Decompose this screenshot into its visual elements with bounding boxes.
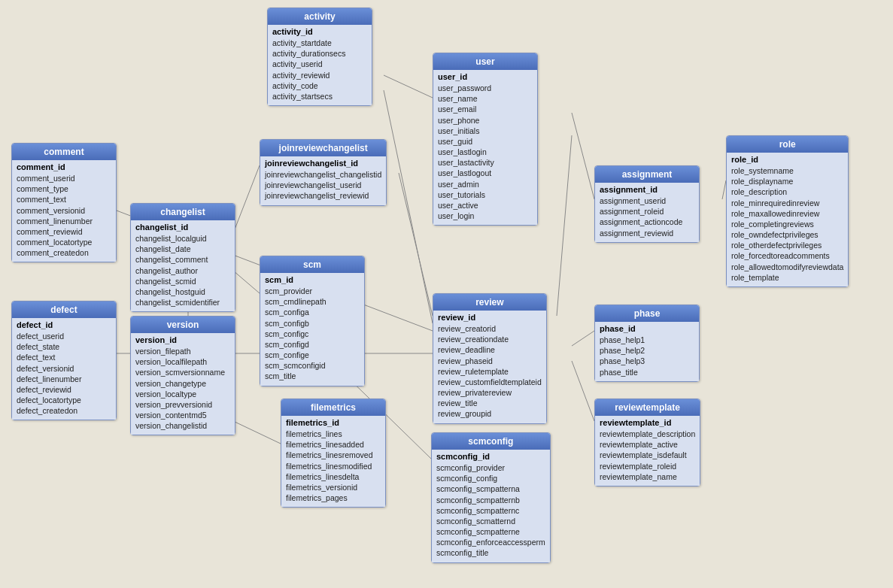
table-field: scm_provider bbox=[265, 286, 360, 296]
table-field: changelist_comment bbox=[135, 254, 230, 265]
svg-line-6 bbox=[233, 271, 260, 293]
table-field: review_customfieldtemplateid bbox=[438, 377, 542, 387]
table-review: reviewreview_idreview_creatoridreview_cr… bbox=[433, 293, 547, 424]
table-role: rolerole_idrole_systemnamerole_displayna… bbox=[726, 135, 849, 287]
table-field: scm_cmdlinepath bbox=[265, 296, 360, 307]
table-field: review_deadline bbox=[438, 344, 542, 355]
table-field: changelist_scmid bbox=[135, 276, 230, 286]
table-body-scm: scm_idscm_providerscm_cmdlinepathscm_con… bbox=[260, 273, 364, 386]
table-header-assignment: assignment bbox=[595, 166, 699, 183]
table-defect: defectdefect_iddefect_useriddefect_state… bbox=[11, 301, 117, 420]
table-field: user_lastlogin bbox=[438, 147, 533, 157]
table-field: version_localfilepath bbox=[135, 356, 230, 367]
table-field: user_admin bbox=[438, 179, 533, 189]
table-field: defect_locatortype bbox=[17, 395, 111, 405]
svg-line-10 bbox=[572, 361, 594, 421]
table-field: changelist_scmidentifier bbox=[135, 297, 230, 308]
table-field: version_changetype bbox=[135, 378, 230, 389]
table-field: role_description bbox=[731, 186, 843, 197]
table-field: scmconfig_scmpatterna bbox=[436, 483, 545, 494]
table-field: role_completingreviews bbox=[731, 219, 843, 229]
table-field: comment_text bbox=[17, 194, 111, 205]
table-field: activity_code bbox=[272, 80, 367, 91]
table-header-comment: comment bbox=[12, 144, 116, 160]
table-scm: scmscm_idscm_providerscm_cmdlinepathscm_… bbox=[260, 256, 365, 386]
table-field: filemetrics_linesmodified bbox=[286, 461, 381, 471]
table-field: scmconfig_enforceaccessperm bbox=[436, 537, 545, 547]
table-body-role: role_idrole_systemnamerole_displaynamero… bbox=[727, 153, 848, 286]
table-field: scm_configd bbox=[265, 339, 360, 350]
table-body-assignment: assignment_idassignment_useridassignment… bbox=[595, 183, 699, 242]
table-field: changelist_hostguid bbox=[135, 286, 230, 297]
table-field: role_systemname bbox=[731, 165, 843, 176]
table-field: comment_createdon bbox=[17, 247, 111, 258]
table-field: defect_linenumber bbox=[17, 374, 111, 384]
table-field: filemetrics_linesremoved bbox=[286, 450, 381, 460]
table-field: defect_state bbox=[17, 341, 111, 352]
table-field: scm_configa bbox=[265, 307, 360, 317]
table-field: filemetrics_lines bbox=[286, 429, 381, 439]
table-body-version: version_idversion_filepathversion_localf… bbox=[131, 333, 235, 435]
table-field: user_name bbox=[438, 93, 533, 104]
table-field: version_filepath bbox=[135, 346, 230, 356]
table-field: scmconfig_scmpatterne bbox=[436, 526, 545, 537]
table-field: user_guid bbox=[438, 136, 533, 147]
table-field: review_creatorid bbox=[438, 323, 542, 334]
table-scmconfig: scmconfigscmconfig_idscmconfig_providers… bbox=[431, 432, 551, 563]
table-header-filemetrics: filemetrics bbox=[281, 399, 385, 416]
table-body-review: review_idreview_creatoridreview_creation… bbox=[433, 311, 546, 423]
table-field: comment_userid bbox=[17, 173, 111, 183]
table-field: activity_reviewid bbox=[272, 70, 367, 80]
table-field: scm_scmconfigid bbox=[265, 360, 360, 371]
table-field: role_owndefectprivileges bbox=[731, 229, 843, 240]
table-field: assignment_roleid bbox=[600, 206, 694, 217]
table-field: review_creationdate bbox=[438, 334, 542, 344]
table-assignment: assignmentassignment_idassignment_userid… bbox=[594, 165, 700, 243]
svg-line-9 bbox=[572, 331, 594, 346]
table-filemetrics: filemetricsfilemetrics_idfilemetrics_lin… bbox=[281, 399, 386, 508]
table-field: phase_title bbox=[600, 367, 694, 377]
table-field: review_groupid bbox=[438, 408, 542, 419]
table-field: user_password bbox=[438, 83, 533, 93]
svg-line-4 bbox=[399, 173, 433, 316]
table-field: role_forcedtoreadcomments bbox=[731, 250, 843, 261]
table-header-defect: defect bbox=[12, 302, 116, 318]
table-version: versionversion_idversion_filepathversion… bbox=[130, 316, 235, 435]
table-field: defect_text bbox=[17, 352, 111, 362]
table-pk-assignment: assignment_id bbox=[600, 185, 694, 194]
table-field: comment_type bbox=[17, 183, 111, 194]
table-body-defect: defect_iddefect_useriddefect_statedefect… bbox=[12, 318, 116, 420]
table-field: reviewtemplate_name bbox=[600, 471, 695, 482]
table-field: version_localtype bbox=[135, 389, 230, 399]
table-field: role_allowedtomodifyreviewdata bbox=[731, 262, 843, 272]
table-field: activity_startsecs bbox=[272, 91, 367, 102]
table-body-activity: activity_idactivity_startdateactivity_du… bbox=[268, 25, 372, 105]
table-pk-role: role_id bbox=[731, 155, 843, 164]
table-field: user_tutorials bbox=[438, 189, 533, 200]
table-field: defect_createdon bbox=[17, 405, 111, 416]
table-field: version_prevversionid bbox=[135, 399, 230, 410]
table-field: joinreviewchangelist_reviewid bbox=[265, 190, 381, 201]
table-reviewtemplate: reviewtemplatereviewtemplate_idreviewtem… bbox=[594, 399, 700, 486]
table-header-review: review bbox=[433, 294, 546, 311]
svg-line-0 bbox=[384, 75, 433, 98]
table-field: user_phone bbox=[438, 115, 533, 126]
table-field: comment_reviewid bbox=[17, 226, 111, 237]
table-field: reviewtemplate_active bbox=[600, 439, 695, 450]
table-header-phase: phase bbox=[595, 305, 699, 322]
table-pk-changelist: changelist_id bbox=[135, 223, 230, 232]
table-pk-filemetrics: filemetrics_id bbox=[286, 418, 381, 427]
table-body-reviewtemplate: reviewtemplate_idreviewtemplate_descript… bbox=[595, 416, 700, 486]
table-field: filemetrics_linesadded bbox=[286, 439, 381, 450]
table-field: scm_confige bbox=[265, 350, 360, 360]
svg-line-2 bbox=[572, 113, 594, 199]
table-comment: commentcomment_idcomment_useridcomment_t… bbox=[11, 143, 117, 262]
svg-line-3 bbox=[557, 135, 572, 316]
erd-diagram: activityactivity_idactivity_startdateact… bbox=[0, 0, 893, 588]
table-pk-activity: activity_id bbox=[272, 27, 367, 36]
table-field: scmconfig_provider bbox=[436, 462, 545, 473]
table-field: filemetrics_pages bbox=[286, 493, 381, 503]
table-pk-joinreviewchangelist: joinreviewchangelist_id bbox=[265, 159, 381, 168]
table-field: review_title bbox=[438, 398, 542, 408]
table-body-joinreviewchangelist: joinreviewchangelist_idjoinreviewchangel… bbox=[260, 156, 386, 205]
